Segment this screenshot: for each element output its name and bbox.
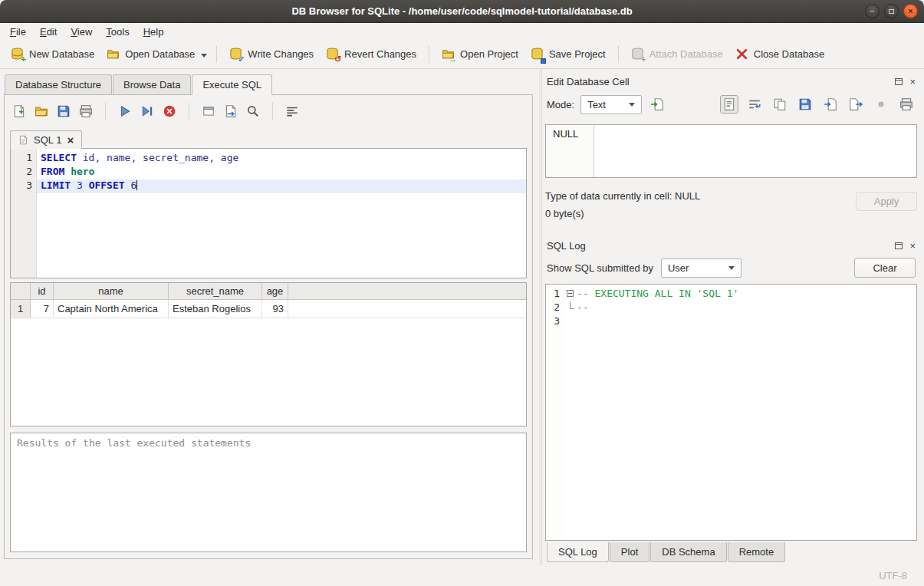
sql-editor-tab[interactable]: SQL 1 × [10, 130, 82, 149]
cell-name[interactable]: Captain North America [54, 300, 169, 318]
plus-icon: + [641, 55, 646, 64]
open-database-label: Open Database [125, 48, 195, 60]
dock-controls: × [895, 77, 916, 87]
execute-all-button[interactable] [116, 102, 134, 120]
menu-file[interactable]: File [3, 25, 33, 39]
save-cell-button[interactable] [796, 95, 814, 114]
sql-code-editor[interactable]: 1 2 3 SELECT id, name, secret_name, age … [10, 148, 527, 278]
close-tab-icon[interactable]: × [67, 134, 74, 146]
log-filter-combobox[interactable]: User [661, 258, 742, 278]
execute-current-line-button[interactable] [138, 102, 156, 120]
column-header-age[interactable]: age [262, 283, 288, 299]
sql-file-icon [18, 135, 28, 145]
encoding-indicator[interactable]: UTF-8 [879, 570, 907, 581]
import-cell-button[interactable] [821, 95, 840, 114]
float-dock-icon[interactable] [895, 78, 903, 85]
revert-changes-button[interactable]: ↺ Revert Changes [320, 43, 423, 65]
cell-type-info: Type of data currently in cell: NULL [545, 190, 856, 208]
menu-tools[interactable]: Tools [99, 25, 136, 39]
sql-identifiers: id, name, secret_name, age [77, 152, 238, 163]
chevron-down-icon [728, 266, 735, 270]
log-content: -- EXECUTING ALL IN 'SQL 1' -- [577, 285, 916, 540]
tab-browse-data[interactable]: Browse Data [113, 74, 191, 94]
new-database-label: New Database [29, 48, 94, 60]
print-cell-button[interactable] [897, 95, 916, 114]
word-wrap-button[interactable] [745, 95, 764, 114]
open-database-button[interactable]: Open Database [100, 43, 201, 65]
cell-age[interactable]: 93 [262, 300, 288, 318]
write-changes-button[interactable]: ✓ Write Changes [223, 43, 320, 65]
import-data-button[interactable] [648, 95, 666, 114]
export-results-button[interactable] [222, 102, 240, 120]
new-database-button[interactable]: + New Database [5, 43, 100, 65]
left-pane: Database Structure Browse Data Execute S… [0, 69, 539, 565]
cell-value-editor[interactable]: NULL [545, 124, 917, 178]
tab-db-schema[interactable]: DB Schema [650, 542, 726, 562]
open-sql-file-button[interactable] [32, 102, 51, 120]
table-row: 1 7 Captain North America Esteban Rogeli… [11, 300, 526, 318]
detach-tab-button[interactable] [199, 102, 218, 120]
new-tab-button[interactable] [10, 102, 28, 120]
tab-sql-log[interactable]: SQL Log [547, 542, 609, 562]
float-dock-icon[interactable] [895, 242, 903, 249]
tab-remote[interactable]: Remote [728, 542, 786, 562]
open-database-dropdown[interactable] [201, 48, 210, 61]
close-dock-icon[interactable]: × [909, 77, 916, 87]
cell-value-null: NULL [546, 125, 594, 177]
sql-table-name: hero [64, 166, 94, 177]
cell-secret-name[interactable]: Esteban Rogelios [169, 300, 262, 318]
import-icon [824, 97, 837, 111]
menu-edit[interactable]: Edit [33, 25, 64, 39]
toolbar-separator [216, 46, 217, 63]
menu-bar: File Edit View Tools Help [0, 23, 924, 40]
sql-log-view[interactable]: 1 2 3 -- EXECUTING ALL IN 'SQL 1' -- [545, 284, 917, 541]
log-filter-value: User [668, 262, 718, 274]
tab-plot[interactable]: Plot [610, 542, 649, 562]
column-header-name[interactable]: name [54, 283, 169, 299]
stop-execution-button[interactable] [160, 102, 179, 120]
close-button[interactable]: × [903, 4, 918, 18]
execution-results-message[interactable]: Results of the last executed statements [10, 433, 527, 552]
format-sql-button[interactable] [283, 102, 301, 120]
text-mode-button[interactable] [720, 95, 738, 114]
copy-cell-button[interactable] [771, 95, 789, 114]
print-sql-button[interactable] [77, 102, 95, 120]
find-replace-button[interactable] [244, 102, 262, 120]
mode-combobox[interactable]: Text [580, 95, 642, 114]
column-header-secret-name[interactable]: secret_name [169, 283, 262, 299]
menu-view[interactable]: View [64, 25, 99, 39]
column-header-id[interactable]: id [31, 283, 54, 299]
sql-toolbar [10, 101, 527, 121]
maximize-button[interactable] [884, 4, 899, 18]
log-line-3 [577, 315, 916, 329]
cell-id[interactable]: 7 [31, 300, 54, 318]
cell-editor-tools [720, 95, 916, 114]
sql-tab-label: SQL 1 [34, 134, 61, 146]
status-bar: UTF-8 [0, 565, 924, 586]
tab-database-structure[interactable]: Database Structure [5, 74, 112, 94]
cell-value-content[interactable] [594, 125, 916, 177]
tab-execute-sql[interactable]: Execute SQL [192, 74, 272, 95]
apply-button[interactable]: Apply [856, 192, 917, 211]
save-project-button[interactable]: Save Project [524, 43, 612, 65]
save-sql-file-button[interactable] [54, 102, 73, 120]
save-project-icon [531, 48, 544, 61]
fold-collapse-icon[interactable] [567, 290, 574, 297]
toolbar-separator [189, 103, 189, 120]
mode-value: Text [587, 99, 618, 110]
row-number[interactable]: 1 [11, 300, 31, 318]
export-cell-button[interactable] [847, 95, 865, 114]
clear-log-button[interactable]: Clear [854, 258, 916, 278]
menu-help[interactable]: Help [136, 25, 171, 39]
set-null-button[interactable] [872, 95, 890, 114]
open-project-button[interactable]: → Open Project [436, 43, 524, 65]
close-database-button[interactable]: Close Database [729, 43, 831, 65]
line-number: 1 [546, 288, 564, 301]
code-area[interactable]: SELECT id, name, secret_name, age FROM h… [37, 149, 526, 278]
close-database-label: Close Database [754, 48, 825, 60]
close-dock-icon[interactable]: × [909, 241, 916, 251]
export-icon [849, 97, 863, 111]
floppy-icon [541, 58, 546, 64]
minimize-button[interactable]: − [865, 4, 880, 18]
text-caret [136, 180, 137, 190]
